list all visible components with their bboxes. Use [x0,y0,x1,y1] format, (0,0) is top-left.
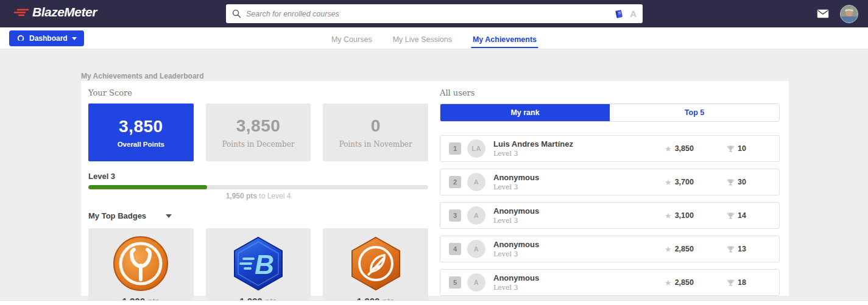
tab-my-live-sessions[interactable]: My Live Sessions [392,29,453,48]
taurus-badge-icon [113,236,169,292]
badge-card-jmeter-pro: 1,000 pts JMeter Pro [323,228,428,305]
user-avatar[interactable] [840,5,858,23]
avatar-photo [841,5,858,23]
user-trophies: 30 [738,178,746,186]
dashboard-button[interactable]: Dashboard [9,30,84,46]
user-level: Level 3 [493,217,539,225]
badges-dropdown-icon[interactable] [166,214,172,218]
top-header: BlazeMeter A [0,0,868,27]
next-level-label: to Level 4 [257,192,291,200]
nav-tabs: My Courses My Live Sessions My Achieveme… [330,27,538,49]
rank-badge: 1 [449,142,461,155]
trophy-icon [727,245,735,253]
user-points: 2,850 [675,278,694,287]
badge-cards: 1,200 pts Master of Taurus [88,228,428,305]
search-icon [232,9,241,18]
november-points-label: Points in November [339,140,412,149]
trophy-icon [727,279,735,287]
leaderboard-row[interactable]: 1 LA Luis Andres Martínez Level 3 ★3,850 [440,135,780,162]
leaderboard-toggle: My rank Top 5 [440,103,780,122]
user-initials-avatar: A [467,273,485,292]
letter-a-icon[interactable]: A [630,9,637,19]
rank-badge: 3 [449,209,461,222]
star-icon: ★ [665,211,672,220]
score-card-overall: 3,850 Overall Points [88,103,194,161]
tab-top-5[interactable]: Top 5 [610,104,779,121]
user-initials-avatar: A [467,240,485,258]
secondary-nav: Dashboard My Courses My Live Sessions My… [0,27,868,49]
dashboard-gauge-icon [16,34,25,43]
star-icon: ★ [665,178,672,187]
svg-text:B: B [255,250,274,279]
chevron-down-icon [72,37,77,40]
achievements-panel: Your Score 3,850 Overall Points 3,850 Po… [81,81,789,296]
user-name: Luis Andres Martínez [493,139,573,149]
december-points-label: Points in December [222,140,295,149]
score-section: Your Score 3,850 Overall Points 3,850 Po… [88,88,428,305]
leaderboard-row[interactable]: 4 A Anonymous Level 3 ★2,850 [440,236,780,262]
user-trophies: 10 [738,144,746,153]
overall-points-value: 3,850 [119,117,163,136]
overall-points-label: Overall Points [118,141,164,148]
rank-badge: 4 [449,243,461,255]
search-bar: A [226,4,643,23]
user-points: 3,850 [675,144,694,153]
user-trophies: 13 [738,245,746,253]
logo-speed-lines-icon [13,5,29,19]
user-trophies: 18 [738,278,746,287]
points-remaining: 1,950 pts [226,192,257,200]
user-level: Level 3 [493,150,573,158]
trophy-icon [727,145,735,153]
score-cards: 3,850 Overall Points 3,850 Points in Dec… [88,103,428,161]
leaderboard-row[interactable]: 2 A Anonymous Level 3 ★3,700 [440,169,780,195]
logo-text: BlazeMeter [32,5,97,19]
user-level: Level 3 [493,284,539,292]
leaderboard-row[interactable]: 5 A Anonymous Level 3 ★2,850 [440,269,780,296]
level-progress-fill [88,185,207,189]
user-initials-avatar: A [467,173,485,191]
star-icon: ★ [665,278,672,287]
user-initials-avatar: A [467,206,485,225]
user-points: 3,100 [675,211,694,220]
my-top-badges-label: My Top Badges [88,211,146,220]
dashboard-button-label: Dashboard [29,34,68,43]
star-icon: ★ [665,144,672,153]
rank-badge: 2 [449,176,461,188]
user-name: Anonymous [493,273,539,282]
level-progress-caption: 1,950 pts to Level 4 [88,192,428,200]
all-users-label: All users [440,88,780,97]
jmeter-badge-icon [348,236,404,292]
level-progress-bar [88,185,428,189]
leaderboard-section: All users My rank Top 5 1 LA Luis Andres… [440,88,780,296]
tab-my-achievements[interactable]: My Achievements [471,29,538,48]
blazemeter-logo[interactable]: BlazeMeter [13,5,97,19]
mail-icon[interactable] [817,9,829,18]
leaderboard-rows: 1 LA Luis Andres Martínez Level 3 ★3,850 [440,135,780,296]
rank-badge: 5 [449,276,461,289]
user-trophies: 14 [738,211,746,220]
user-points: 3,700 [675,178,694,186]
score-card-december: 3,850 Points in December [206,103,311,161]
user-initials-avatar: LA [467,139,485,158]
footer-strip [0,300,868,305]
tab-my-rank[interactable]: My rank [440,104,610,121]
page-title: My Achievements and Leaderboard [81,72,204,80]
your-score-label: Your Score [88,88,428,97]
user-name: Anonymous [493,173,539,182]
score-card-november: 0 Points in November [323,103,428,161]
tab-my-courses[interactable]: My Courses [330,29,373,48]
november-points-value: 0 [371,116,381,136]
star-icon: ★ [665,245,672,254]
badge-card-blazemeter-expert: B 1,000 pts BlazeMeter Expert [206,228,311,305]
level-label: Level 3 [88,172,428,181]
user-points: 2,850 [675,245,694,253]
badge-card-taurus: 1,200 pts Master of Taurus [88,228,194,305]
user-name: Anonymous [493,206,539,216]
book-icon[interactable] [614,9,624,19]
user-name: Anonymous [493,240,539,249]
app-window: BlazeMeter A [0,0,868,305]
blazemeter-badge-icon: B [230,236,286,292]
search-input[interactable] [246,10,614,18]
trophy-icon [727,178,735,186]
leaderboard-row[interactable]: 3 A Anonymous Level 3 ★3,100 [440,202,780,229]
